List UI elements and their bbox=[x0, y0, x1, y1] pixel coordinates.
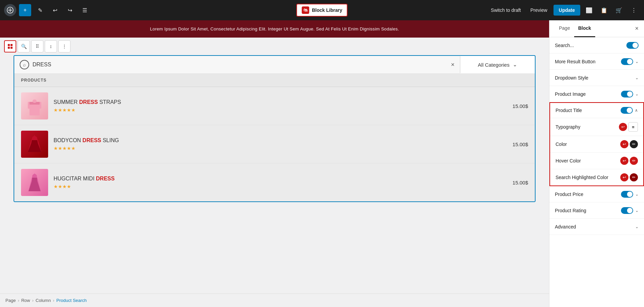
dropdown-style-chevron-icon[interactable]: ⌄ bbox=[635, 75, 639, 80]
redo-button[interactable]: ↪ bbox=[64, 4, 76, 16]
edit-button[interactable]: ✎ bbox=[34, 4, 46, 16]
breadcrumb-row[interactable]: Row bbox=[21, 298, 30, 303]
product-name-suffix: STRAPS bbox=[98, 99, 121, 105]
breadcrumb-current[interactable]: Product Search bbox=[56, 298, 87, 303]
redo-icon: ↪ bbox=[68, 7, 72, 14]
search-magnifier-icon: ⌕ bbox=[23, 62, 26, 67]
list-view-button[interactable]: ☰ bbox=[79, 4, 91, 16]
sub-row-hover-color: Hover Color ↩ ✏ bbox=[550, 153, 643, 169]
canvas-area: Lorem Ipsum Dolor Sit Amet, Consectetur … bbox=[0, 20, 549, 307]
details-button[interactable]: 📋 bbox=[598, 4, 610, 16]
block-search-icon[interactable]: 🔍 bbox=[18, 40, 30, 52]
product-info: BODYCON DRESS SLING ★★★★★ bbox=[54, 137, 507, 151]
categories-dropdown[interactable]: All Categories ⌄ bbox=[460, 62, 535, 68]
breadcrumb: Page › Row › Column › Product Search bbox=[0, 293, 549, 307]
hover-color-reset-button[interactable]: ↩ bbox=[620, 157, 628, 165]
wp-logo[interactable] bbox=[4, 4, 16, 16]
tab-block[interactable]: Block bbox=[574, 20, 595, 37]
product-title-chevron-icon[interactable]: ∧ bbox=[635, 108, 638, 113]
product-row[interactable]: BODYCON DRESS SLING ★★★★★ 15.00$ bbox=[14, 125, 535, 163]
product-price-chevron-icon[interactable]: ⌄ bbox=[635, 192, 639, 197]
product-rating-controls: ⌄ bbox=[621, 207, 639, 214]
breadcrumb-column[interactable]: Column bbox=[36, 298, 51, 303]
typography-editor-button[interactable]: ≡ bbox=[628, 122, 638, 132]
search-toggle[interactable] bbox=[626, 42, 639, 49]
block-move-arrows[interactable]: ↕ bbox=[45, 40, 57, 52]
color-reset-button[interactable]: ↩ bbox=[620, 140, 628, 148]
product-name-highlight: DRESS bbox=[96, 176, 115, 181]
block-library-label: Block Library bbox=[312, 7, 342, 13]
product-rating-chevron-icon[interactable]: ⌄ bbox=[635, 208, 639, 213]
product-rating-toggle[interactable] bbox=[621, 207, 633, 214]
product-image-chevron-icon[interactable]: ⌄ bbox=[635, 92, 639, 96]
tab-page[interactable]: Page bbox=[555, 20, 574, 37]
cart-icon: 🛒 bbox=[616, 7, 622, 14]
product-image-shirt bbox=[24, 95, 45, 117]
search-input-value[interactable]: DRESS bbox=[33, 62, 447, 68]
right-sidebar: Page Block × Search... More Result Butto… bbox=[549, 20, 644, 307]
breadcrumb-page[interactable]: Page bbox=[5, 298, 16, 303]
search-clear-button[interactable]: × bbox=[451, 61, 455, 68]
product-row[interactable]: HUGCITAR MIDI DRESS ★★★★ 15.00$ bbox=[14, 163, 535, 201]
search-highlighted-picker-button[interactable]: ✏ bbox=[630, 173, 638, 181]
panel-product-price: Product Price ⌄ bbox=[549, 186, 644, 202]
update-button[interactable]: Update bbox=[554, 5, 580, 16]
svg-rect-2 bbox=[11, 44, 13, 46]
product-name-suffix: SLING bbox=[101, 137, 119, 143]
preview-button[interactable]: Preview bbox=[527, 5, 551, 15]
more-result-label: More Result Button bbox=[555, 59, 621, 64]
sub-row-color: Color ↩ ✏ bbox=[550, 136, 643, 153]
hover-color-picker-button[interactable]: ✏ bbox=[630, 157, 638, 165]
more-result-toggle[interactable] bbox=[621, 58, 633, 65]
product-title-label: Product Title bbox=[556, 108, 621, 113]
block-drag-handle[interactable]: ⠿ bbox=[31, 40, 43, 52]
search-icon-circle: ⌕ bbox=[20, 60, 29, 69]
layout-toggle-button[interactable]: ⬜ bbox=[583, 4, 595, 16]
search-block: ⌕ DRESS × All Categories ⌄ PRODUCTS bbox=[14, 55, 536, 202]
color-controls: ↩ ✏ bbox=[620, 140, 638, 148]
color-label: Color bbox=[556, 141, 620, 147]
product-row[interactable]: SUMMER DRESS STRAPS ★★★★★ 15.00$ bbox=[14, 87, 535, 125]
product-info: SUMMER DRESS STRAPS ★★★★★ bbox=[54, 99, 507, 113]
dropdown-style-controls: ⌄ bbox=[635, 75, 639, 80]
search-highlighted-reset-button[interactable]: ↩ bbox=[620, 173, 628, 181]
typography-reset-button[interactable]: ↩ bbox=[619, 123, 627, 131]
block-library-button[interactable]: 🛍 Block Library bbox=[296, 4, 347, 17]
product-info: HUGCITAR MIDI DRESS ★★★★ bbox=[54, 176, 507, 189]
block-more-options[interactable]: ⋮ bbox=[58, 40, 71, 52]
hover-color-controls: ↩ ✏ bbox=[620, 157, 638, 165]
sidebar-tabs: Page Block × bbox=[549, 20, 644, 37]
product-name-prefix: BODYCON bbox=[54, 137, 82, 143]
dropdown-style-label: Dropdown Style bbox=[555, 75, 635, 81]
layout-icon: ⬜ bbox=[586, 7, 592, 14]
sidebar-close-button[interactable]: × bbox=[635, 25, 639, 32]
product-title-toggle[interactable] bbox=[621, 107, 633, 114]
product-title-header: Product Title ∧ bbox=[550, 103, 643, 118]
more-result-chevron-icon[interactable]: ⌄ bbox=[635, 59, 639, 64]
banner-text: Lorem Ipsum Dolor Sit Amet, Consectetur … bbox=[150, 26, 399, 31]
switch-draft-button[interactable]: Switch to draft bbox=[487, 5, 524, 15]
search-toggle-label: Search... bbox=[555, 43, 626, 48]
svg-rect-1 bbox=[8, 44, 10, 46]
cart-button[interactable]: 🛒 bbox=[613, 4, 625, 16]
product-stars: ★★★★ bbox=[54, 184, 507, 189]
product-title-section: Product Title ∧ Typography ↩ ≡ Color ↩ bbox=[549, 102, 644, 186]
block-ellipsis-icon: ⋮ bbox=[62, 44, 67, 49]
panel-search-toggle: Search... bbox=[549, 37, 644, 53]
breadcrumb-sep: › bbox=[32, 298, 34, 303]
product-name: SUMMER DRESS STRAPS bbox=[54, 99, 507, 105]
panel-dropdown-style: Dropdown Style ⌄ bbox=[549, 70, 644, 86]
add-block-button[interactable]: + bbox=[19, 4, 31, 16]
product-image-toggle[interactable] bbox=[621, 91, 633, 97]
block-grid-icon[interactable] bbox=[4, 40, 16, 52]
product-price-toggle[interactable] bbox=[621, 191, 633, 198]
advanced-chevron-icon[interactable]: ⌄ bbox=[635, 224, 639, 229]
pencil-icon: ✎ bbox=[38, 7, 42, 14]
arrows-icon: ↕ bbox=[50, 44, 52, 49]
color-picker-button[interactable]: ✏ bbox=[630, 140, 638, 148]
undo-button[interactable]: ↩ bbox=[49, 4, 61, 16]
block-library-icon: 🛍 bbox=[302, 6, 309, 14]
product-price: 15.00$ bbox=[512, 180, 528, 185]
main-area: Lorem Ipsum Dolor Sit Amet, Consectetur … bbox=[0, 20, 644, 307]
more-options-button[interactable]: ⋮ bbox=[628, 4, 640, 16]
